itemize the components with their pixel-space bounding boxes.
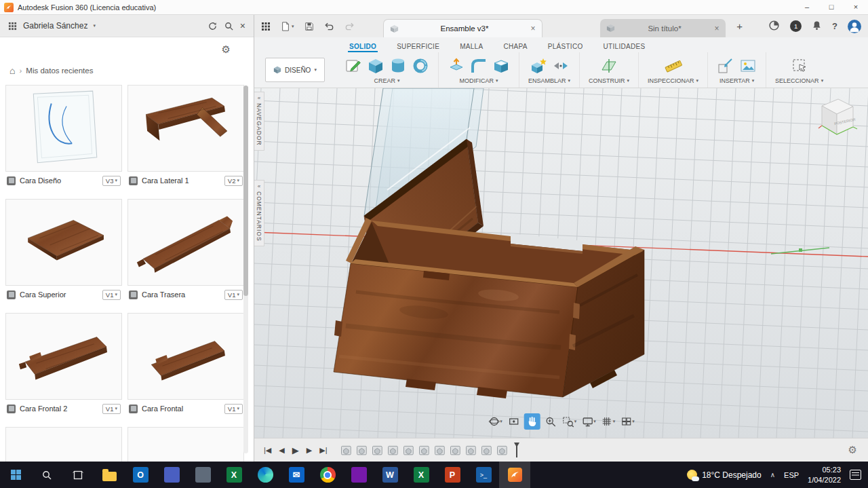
orbit-icon[interactable]: ▾ [486, 413, 504, 430]
search-icon[interactable] [224, 20, 235, 31]
insert-icon[interactable] [717, 57, 734, 75]
joint-icon[interactable] [552, 57, 570, 75]
weather-widget[interactable]: 18°C Despejado [687, 470, 762, 480]
profile-avatar[interactable] [848, 20, 861, 33]
caret-down-icon[interactable]: ▾ [752, 78, 755, 83]
group-label[interactable]: INSPECCIONAR [648, 77, 694, 84]
file-thumbnail[interactable] [127, 199, 244, 286]
timeline-feature-component-icon[interactable] [433, 443, 447, 457]
excel-icon[interactable]: X [406, 462, 437, 488]
tab-superficie[interactable]: SUPERFICIE [395, 41, 441, 52]
grid-settings-icon[interactable]: ▾ [599, 413, 617, 430]
tab-chapa[interactable]: CHAPA [502, 41, 528, 52]
gear-icon[interactable]: ⚙ [222, 43, 231, 56]
powershell-icon[interactable]: >_ [468, 462, 499, 488]
file-card[interactable] [5, 427, 122, 462]
timeline-step-forward-icon[interactable]: ▶ [307, 446, 312, 455]
insert-image-icon[interactable] [739, 57, 757, 75]
mail-icon[interactable]: ✉ [281, 462, 312, 488]
taskbar-search-icon[interactable] [31, 462, 62, 488]
timeline-feature-component-icon[interactable] [340, 443, 353, 457]
caret-down-icon[interactable]: ▾ [821, 78, 824, 83]
file-explorer-icon[interactable] [94, 462, 125, 488]
timeline-feature-component-icon[interactable] [465, 443, 478, 457]
file-menu-icon[interactable]: ▾ [281, 22, 294, 31]
refresh-icon[interactable] [208, 20, 218, 31]
file-thumbnail[interactable] [5, 85, 122, 172]
create-sketch-icon[interactable] [344, 57, 362, 75]
task-view-icon[interactable] [62, 462, 94, 488]
file-thumbnail[interactable] [127, 85, 244, 172]
timeline-skip-end-icon[interactable]: ▶| [319, 446, 327, 455]
redo-icon[interactable] [344, 21, 355, 31]
group-label[interactable]: INSERTAR [719, 77, 750, 84]
file-thumbnail[interactable] [5, 427, 122, 462]
file-thumbnail[interactable] [5, 313, 122, 400]
timeline-position-marker[interactable] [513, 443, 520, 457]
view-cube[interactable]: POSTERIOR [812, 92, 861, 145]
shell-icon[interactable] [492, 57, 510, 75]
3d-scene-canvas[interactable] [254, 88, 868, 438]
caret-down-icon[interactable]: ▾ [568, 78, 571, 83]
tab-utilidades[interactable]: UTILIDADES [602, 41, 647, 52]
help-icon[interactable]: ? [832, 21, 837, 31]
app-icon[interactable] [343, 462, 374, 488]
job-status-icon[interactable] [768, 20, 780, 33]
version-dropdown[interactable]: V2▾ [224, 176, 243, 186]
tab-plastico[interactable]: PLÁSTICO [547, 41, 585, 52]
fusion-360-taskbar-icon[interactable] [499, 462, 530, 488]
user-dropdown[interactable]: Gabriela Sánchez [23, 21, 87, 31]
minimize-icon[interactable]: – [795, 0, 819, 14]
press-pull-icon[interactable] [448, 57, 465, 75]
group-label[interactable]: SELECCIONAR [775, 77, 819, 84]
file-thumbnail[interactable] [5, 199, 122, 286]
timeline-feature-component-icon[interactable] [387, 443, 400, 457]
window-zoom-icon[interactable]: ▾ [561, 413, 578, 430]
version-dropdown[interactable]: V1▾ [224, 404, 243, 414]
chevron-down-icon[interactable]: ▾ [93, 23, 96, 29]
file-card[interactable]: Cara Frontal V1▾ [127, 313, 244, 417]
version-dropdown[interactable]: V1▾ [224, 290, 243, 300]
tab-sin-titulo[interactable]: Sin título* × [600, 19, 726, 37]
word-icon[interactable]: W [374, 462, 406, 488]
group-label[interactable]: CREAR [374, 77, 395, 84]
timeline-play-icon[interactable]: ▶ [292, 445, 299, 455]
file-card[interactable]: Cara Trasera V1▾ [127, 199, 244, 303]
look-at-icon[interactable] [506, 413, 522, 430]
display-settings-icon[interactable]: ▾ [580, 413, 597, 430]
torus-icon[interactable] [412, 57, 429, 75]
close-panel-icon[interactable]: × [240, 20, 245, 31]
data-panel-toggle-icon[interactable] [261, 22, 271, 31]
file-card[interactable]: Cara Diseño V3▾ [5, 85, 122, 189]
version-dropdown[interactable]: V1▾ [102, 404, 121, 414]
select-icon[interactable] [791, 57, 808, 75]
app-icon[interactable] [187, 462, 218, 488]
edge-icon[interactable] [250, 462, 281, 488]
timeline-feature-component-icon[interactable] [402, 443, 416, 457]
chrome-icon[interactable] [312, 462, 343, 488]
construction-plane-icon[interactable] [600, 57, 618, 75]
group-label[interactable]: ENSAMBLAR [528, 77, 566, 84]
app-icon[interactable] [156, 462, 187, 488]
3d-viewport[interactable]: « NAVEGADOR « COMENTARIOS POSTERIOR [254, 88, 868, 438]
new-component-icon[interactable] [530, 57, 547, 75]
version-dropdown[interactable]: V3▾ [102, 176, 121, 186]
navigator-panel-tab[interactable]: « NAVEGADOR [254, 92, 264, 151]
file-card[interactable]: Cara Superior V1▾ [5, 199, 122, 303]
timeline-step-back-icon[interactable]: ◀ [279, 446, 284, 455]
tray-chevron-up-icon[interactable]: ∧ [770, 471, 775, 478]
notifications-bell-icon[interactable] [812, 20, 822, 33]
comments-panel-tab[interactable]: « COMENTARIOS [254, 180, 264, 246]
tab-malla[interactable]: MALLA [458, 41, 484, 52]
group-label[interactable]: CONSTRUIR [589, 77, 625, 84]
timeline-settings-gear-icon[interactable]: ⚙ [848, 444, 857, 456]
zoom-icon[interactable] [542, 413, 559, 430]
language-indicator[interactable]: ESP [784, 471, 799, 479]
scrollbar-thumb[interactable] [243, 86, 248, 296]
cylinder-icon[interactable] [389, 57, 407, 75]
maximize-icon[interactable]: □ [819, 0, 844, 14]
close-tab-icon[interactable]: × [531, 24, 536, 33]
new-tab-icon[interactable]: + [731, 18, 749, 35]
timeline-feature-component-icon[interactable] [480, 443, 494, 457]
file-thumbnail[interactable] [127, 427, 244, 462]
